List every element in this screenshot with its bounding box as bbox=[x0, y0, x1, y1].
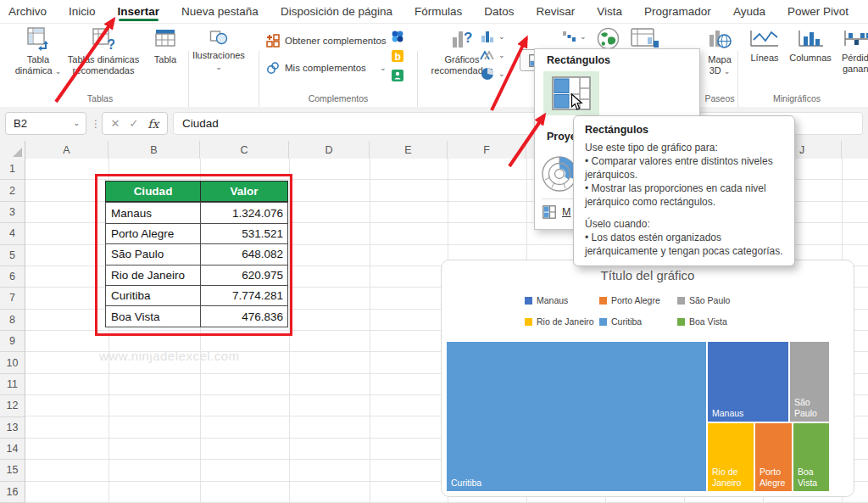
row-header[interactable]: 13 bbox=[0, 417, 25, 439]
excel-window: ArchivoInicioInsertarNueva pestañaDispos… bbox=[0, 0, 868, 503]
treemap-block[interactable]: Boa Vista bbox=[793, 423, 829, 491]
select-all-icon bbox=[13, 148, 22, 157]
group-label-complementos: Complementos bbox=[302, 93, 375, 103]
pie-chart-button[interactable]: ⌄ bbox=[480, 67, 505, 81]
treemap-block[interactable]: Curitiba bbox=[447, 342, 706, 491]
legend-label: São Paulo bbox=[689, 295, 730, 305]
legend-item[interactable]: Manaus bbox=[525, 295, 599, 305]
addin-people-graph-icon[interactable] bbox=[391, 69, 404, 86]
my-addins-button[interactable]: Mis complementos ⌄ bbox=[266, 61, 386, 75]
ribbon: Tabla dinámica ⌄ ? Tablas dinámicasrecom… bbox=[0, 23, 868, 108]
row-header[interactable]: 7 bbox=[0, 288, 25, 309]
chevron-down-icon: ⌄ bbox=[215, 63, 222, 71]
legend-item[interactable]: Boa Vista bbox=[677, 316, 762, 327]
row-header[interactable]: 8 bbox=[0, 310, 25, 331]
menu-tab[interactable]: Power Pivot bbox=[787, 5, 849, 18]
legend-marker bbox=[599, 297, 607, 305]
map-3d-icon bbox=[708, 27, 732, 51]
column-header[interactable]: C bbox=[200, 141, 289, 159]
get-addins-button[interactable]: Obtener complementos bbox=[266, 34, 387, 48]
menu-tab[interactable]: Datos bbox=[484, 5, 514, 18]
menu-tab[interactable]: Programador bbox=[644, 5, 711, 18]
row-header[interactable]: 14 bbox=[0, 439, 25, 460]
cancel-icon[interactable]: ✕ bbox=[111, 117, 120, 130]
tooltip-title: Rectángulos bbox=[585, 124, 783, 136]
insert-function-icon[interactable]: fx bbox=[147, 117, 159, 131]
menu-tab[interactable]: Nueva pestaña bbox=[181, 5, 259, 18]
addin-visio-icon[interactable] bbox=[391, 30, 404, 47]
sparkline-winloss-icon bbox=[842, 29, 868, 49]
row-header[interactable]: 16 bbox=[0, 482, 25, 503]
menu-tab[interactable]: Disposición de página bbox=[281, 5, 392, 18]
legend-item[interactable]: Porto Alegre bbox=[599, 295, 677, 305]
treemap-chart[interactable]: Título del gráfico Manaus Porto Alegre S… bbox=[441, 260, 854, 497]
enter-icon[interactable]: ✓ bbox=[129, 117, 138, 130]
drag-handle-icon[interactable]: ⋮ bbox=[91, 118, 101, 130]
column-header[interactable]: B bbox=[108, 141, 200, 159]
treemap-block-label: Manaus bbox=[712, 408, 743, 419]
pivot-table-button[interactable]: Tabla dinámica ⌄ bbox=[14, 27, 63, 76]
name-box-value: B2 bbox=[14, 117, 27, 130]
menu-bar: ArchivoInicioInsertarNueva pestañaDispos… bbox=[0, 0, 868, 23]
row-header[interactable]: 5 bbox=[0, 245, 25, 266]
row-header[interactable]: 4 bbox=[0, 223, 25, 244]
row-header[interactable]: 1 bbox=[0, 159, 25, 180]
chevron-down-icon: ⌄ bbox=[380, 64, 387, 72]
menu-tab[interactable]: Fórmulas bbox=[415, 5, 462, 18]
tooltip-line: • Los datos estén organizados jerárquica… bbox=[585, 231, 783, 258]
row-header[interactable]: 2 bbox=[0, 180, 25, 201]
name-box[interactable]: B2 ⌄ bbox=[5, 112, 86, 135]
recommended-charts-icon: ? bbox=[451, 27, 473, 51]
menu-tab[interactable]: Revisar bbox=[537, 5, 576, 18]
sparkline-columns-button[interactable]: Columnas bbox=[788, 29, 832, 64]
treemap-block-label: Curitiba bbox=[451, 478, 481, 489]
illustrations-button[interactable]: Ilustraciones⌄ bbox=[192, 28, 246, 72]
menu-tab[interactable]: Ayuda bbox=[733, 5, 765, 18]
sparkline-lines-button[interactable]: Líneas bbox=[746, 29, 783, 64]
menu-tab[interactable]: Archivo bbox=[8, 5, 47, 18]
treemap-block[interactable]: Porto Alegre bbox=[755, 423, 792, 491]
svg-text:?: ? bbox=[464, 30, 472, 46]
column-chart-button[interactable]: ⌄ bbox=[480, 30, 505, 43]
select-all-corner[interactable] bbox=[0, 141, 25, 159]
tooltip-body: Use este tipo de gráfico para:• Comparar… bbox=[585, 141, 783, 258]
row-header[interactable]: 15 bbox=[0, 460, 25, 481]
group-label-paseos: Paseos bbox=[702, 93, 737, 103]
tooltip-line bbox=[585, 209, 783, 217]
map-3d-button[interactable]: Mapa 3D ⌄ bbox=[702, 27, 737, 76]
recommended-pivot-icon: ? bbox=[92, 27, 114, 51]
menu-tab[interactable]: Inicio bbox=[69, 5, 96, 18]
tooltip-line: Úselo cuando: bbox=[585, 217, 783, 231]
svg-text:b: b bbox=[395, 51, 401, 63]
recommended-pivot-button[interactable]: ? Tablas dinámicasrecomendadas bbox=[63, 27, 144, 76]
column-header[interactable]: A bbox=[25, 141, 108, 159]
treemap-block[interactable]: Rio de Janeiro bbox=[708, 423, 754, 491]
row-header[interactable]: 10 bbox=[0, 352, 25, 373]
more-hierarchy-charts-item[interactable]: M bbox=[542, 205, 570, 219]
addin-bing-icon[interactable]: b bbox=[391, 49, 404, 66]
treemap-block[interactable]: São Paulo bbox=[790, 342, 829, 422]
menu-tab[interactable]: Insertar bbox=[118, 5, 160, 18]
waterfall-chart-button[interactable]: ⌄ bbox=[562, 30, 587, 43]
treemap-block-label: Rio de Janeiro bbox=[712, 467, 741, 489]
row-header[interactable]: 11 bbox=[0, 374, 25, 395]
row-header[interactable]: 6 bbox=[0, 266, 25, 288]
menu-tab[interactable]: Vista bbox=[597, 5, 622, 18]
treemap-block[interactable]: Manaus bbox=[708, 342, 788, 422]
column-header[interactable]: D bbox=[289, 141, 370, 159]
table-button[interactable]: Tabla bbox=[144, 27, 186, 65]
legend-item[interactable]: Curitiba bbox=[599, 316, 677, 327]
treemap-option[interactable] bbox=[543, 71, 599, 115]
legend-item[interactable]: São Paulo bbox=[677, 295, 762, 305]
column-header[interactable]: E bbox=[370, 141, 448, 159]
line-chart-button[interactable]: ⌄ bbox=[480, 48, 505, 62]
legend-marker bbox=[525, 318, 532, 326]
more-charts-label: M bbox=[562, 206, 570, 218]
chart-title[interactable]: Título del gráfico bbox=[442, 268, 854, 282]
row-header[interactable]: 9 bbox=[0, 331, 25, 352]
sparkline-winloss-button[interactable]: Pérdidagananc bbox=[834, 29, 868, 75]
row-header[interactable]: 12 bbox=[0, 395, 25, 416]
row-header[interactable]: 3 bbox=[0, 202, 25, 223]
column-header[interactable]: F bbox=[448, 141, 526, 159]
legend-item[interactable]: Rio de Janeiro bbox=[525, 316, 599, 327]
